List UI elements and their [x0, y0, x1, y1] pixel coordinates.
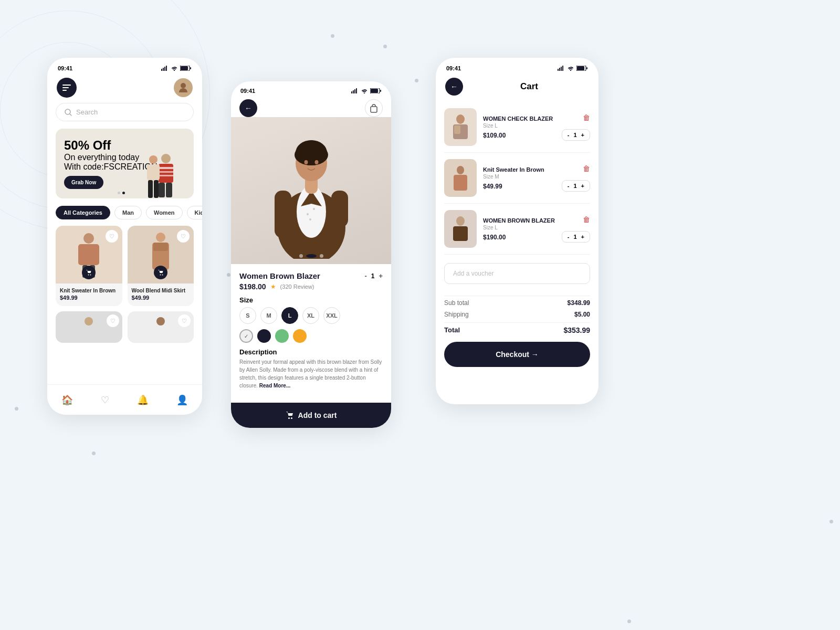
banner-discount: 50% Off [64, 138, 158, 153]
svg-rect-7 [62, 85, 71, 86]
cart-item-size: Size L [483, 123, 555, 129]
increase-qty-button[interactable]: + [379, 272, 383, 280]
grab-now-button[interactable]: Grab Now [64, 176, 103, 189]
subtotal-row: Sub total $348.99 [444, 299, 590, 307]
menu-button[interactable] [57, 78, 77, 98]
increase-qty-button[interactable]: + [581, 234, 584, 240]
banner-dot [118, 192, 120, 194]
signal-icon [161, 66, 169, 71]
wishlist-button[interactable]: ♡ [177, 230, 190, 243]
size-option-l[interactable]: L [281, 307, 298, 324]
product-title-row: Women Brown Blazer - 1 + [239, 271, 383, 280]
color-swatch-green[interactable] [275, 329, 289, 343]
add-to-cart-button[interactable]: Add to cart [231, 403, 391, 428]
image-dot-active [306, 254, 317, 258]
voucher-input[interactable]: Add a voucher [444, 263, 590, 284]
size-option-m[interactable]: M [260, 307, 277, 324]
battery-icon [370, 88, 382, 93]
product-main-image [231, 117, 391, 264]
svg-rect-14 [159, 164, 173, 183]
decorative-dot [331, 34, 334, 38]
back-button[interactable]: ← [239, 99, 257, 117]
category-all[interactable]: All Categories [56, 206, 110, 219]
decrease-qty-button[interactable]: - [568, 234, 570, 240]
item-qty-value: 1 [573, 132, 576, 138]
size-option-s[interactable]: S [239, 307, 256, 324]
increase-qty-button[interactable]: + [581, 183, 584, 189]
svg-rect-55 [331, 191, 348, 227]
search-bar[interactable]: Search [56, 103, 194, 121]
product-image: ♡ [56, 226, 122, 284]
cart-item-name: WOMEN CHECK BLAZER [483, 116, 555, 122]
cart-item-info: WOMEN BROWN BLAZER Size L $190.00 [483, 217, 555, 241]
product-price-row: $198.00 ★ (320 Review) [239, 282, 383, 291]
shopping-bag-button[interactable] [365, 99, 383, 117]
nav-home[interactable]: 🏠 [61, 394, 73, 406]
wishlist-button[interactable]: ♡ [107, 314, 119, 327]
add-to-cart-badge[interactable] [82, 266, 96, 279]
promo-banner[interactable]: 50% Off On everything today With code:FS… [56, 129, 194, 198]
svg-point-35 [85, 317, 93, 326]
svg-rect-2 [164, 67, 165, 71]
add-to-cart-badge[interactable] [154, 266, 167, 279]
color-swatch-dark[interactable] [257, 329, 271, 343]
product-card-partial[interactable]: ♡ [128, 311, 194, 343]
svg-rect-76 [454, 175, 467, 191]
delete-item-button[interactable]: 🗑 [583, 164, 590, 173]
back-button[interactable]: ← [445, 78, 463, 96]
svg-point-29 [90, 275, 91, 276]
product-image-pagination [299, 254, 323, 258]
delete-item-button[interactable]: 🗑 [583, 113, 590, 122]
svg-point-33 [160, 275, 161, 276]
category-women[interactable]: Women [146, 206, 183, 219]
nav-notifications[interactable]: 🔔 [137, 394, 149, 406]
signal-icon [558, 66, 565, 71]
cart-item: Knit Sweater In Brown Size M $49.99 🗑 - … [444, 153, 590, 204]
svg-rect-15 [159, 167, 173, 169]
decorative-dot [227, 273, 230, 277]
divider [444, 296, 590, 296]
nav-wishlist[interactable]: ♡ [101, 394, 109, 406]
category-kids[interactable]: Kids [187, 206, 203, 219]
read-more-link[interactable]: Read More... [259, 383, 290, 388]
cart-item-price: $109.00 [483, 132, 555, 139]
user-avatar[interactable] [174, 78, 193, 97]
svg-rect-21 [147, 164, 160, 180]
size-option-xxl[interactable]: XXL [323, 307, 340, 324]
svg-rect-23 [154, 180, 159, 198]
decrease-qty-button[interactable]: - [364, 272, 366, 280]
product-card-partial[interactable]: ♡ [56, 311, 122, 343]
svg-point-20 [149, 155, 158, 164]
product-card[interactable]: ♡ Wool Blend Midi Skirt $49.99 [128, 226, 194, 306]
svg-rect-8 [62, 87, 69, 88]
wishlist-button[interactable]: ♡ [178, 314, 191, 327]
cart-icon [286, 411, 294, 419]
increase-qty-button[interactable]: + [581, 132, 584, 138]
category-man[interactable]: Man [114, 206, 142, 219]
size-option-xl[interactable]: XL [302, 307, 319, 324]
cart-item: WOMEN CHECK BLAZER Size L $109.00 🗑 - 1 … [444, 102, 590, 153]
product-card[interactable]: ♡ Knit Sweater In Brown $49.99 [56, 226, 122, 306]
delete-item-button[interactable]: 🗑 [583, 215, 590, 224]
color-swatch-orange[interactable] [293, 329, 307, 343]
svg-rect-66 [559, 68, 560, 71]
decrease-qty-button[interactable]: - [568, 132, 570, 138]
decorative-dot [383, 45, 387, 48]
svg-point-51 [309, 218, 311, 220]
status-bar: 09:41 [47, 58, 202, 76]
subtotal-value: $348.99 [568, 299, 590, 307]
svg-point-13 [161, 154, 171, 163]
checkout-button[interactable]: Checkout → [444, 342, 590, 367]
decorative-dot [92, 452, 96, 455]
decorative-dot [415, 79, 418, 82]
nav-profile[interactable]: 👤 [176, 394, 188, 406]
svg-rect-65 [558, 69, 559, 71]
decrease-qty-button[interactable]: - [568, 183, 570, 189]
quantity-control: - 1 + [364, 272, 383, 280]
product-image: ♡ [128, 226, 194, 284]
review-count: (320 Review) [280, 284, 314, 290]
wishlist-button[interactable]: ♡ [106, 230, 118, 243]
svg-point-24 [83, 233, 94, 244]
status-bar: 09:41 [436, 58, 598, 76]
svg-point-28 [88, 275, 89, 276]
